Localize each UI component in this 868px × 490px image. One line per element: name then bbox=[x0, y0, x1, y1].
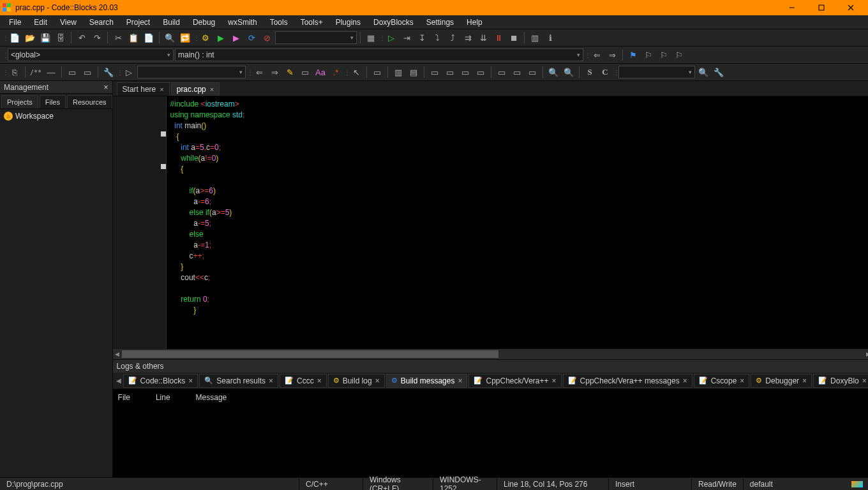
fold-marker-icon[interactable] bbox=[161, 131, 166, 137]
open-file-button[interactable]: 📂 bbox=[23, 31, 37, 45]
build-button[interactable]: ⚙ bbox=[198, 31, 213, 45]
editor-tab[interactable]: prac.cpp× bbox=[171, 82, 220, 96]
step-into-button[interactable]: ⤵ bbox=[430, 31, 444, 45]
new-file-button[interactable]: 📄 bbox=[8, 31, 22, 45]
zoom-out-button[interactable]: 🔍 bbox=[562, 65, 576, 79]
log-tab[interactable]: ⚙Build messages× bbox=[386, 374, 468, 388]
menu-debug[interactable]: Debug bbox=[186, 17, 221, 28]
build-run-button[interactable]: ▶ bbox=[229, 31, 243, 45]
tabs-scroll-left-icon[interactable]: ◀ bbox=[114, 377, 123, 384]
close-icon[interactable]: × bbox=[375, 376, 380, 385]
copy-button[interactable]: 📋 bbox=[126, 31, 140, 45]
close-icon[interactable]: × bbox=[317, 376, 322, 385]
highlight-button[interactable]: ✎ bbox=[283, 65, 297, 79]
log-tab[interactable]: 📝Code::Blocks× bbox=[123, 374, 198, 388]
maximize-button[interactable] bbox=[807, 0, 836, 15]
menu-plugins[interactable]: Plugins bbox=[329, 17, 367, 28]
menu-doxyblocks[interactable]: DoxyBlocks bbox=[367, 17, 420, 28]
debug-continue-button[interactable]: ▷ bbox=[384, 31, 398, 45]
doxy-config-button[interactable]: 🔧 bbox=[101, 65, 116, 79]
log-tab[interactable]: ⚙Debugger× bbox=[751, 374, 812, 388]
log-tab[interactable]: 📝DoxyBlo× bbox=[813, 374, 868, 388]
close-icon[interactable]: × bbox=[458, 376, 462, 385]
nav-back-button[interactable]: ⇐ bbox=[590, 48, 604, 62]
close-icon[interactable]: × bbox=[269, 376, 273, 385]
close-icon[interactable]: × bbox=[160, 85, 163, 93]
menu-settings[interactable]: Settings bbox=[420, 17, 460, 28]
code-content[interactable]: #include <iostream>using namespace std; … bbox=[170, 99, 245, 316]
build-target-combo[interactable]: ▾ bbox=[275, 31, 357, 44]
scroll-right-icon[interactable]: ▶ bbox=[864, 349, 868, 359]
menu-build[interactable]: Build bbox=[156, 17, 186, 28]
code-editor[interactable]: #include <iostream>using namespace std; … bbox=[113, 96, 868, 359]
next-line-button[interactable]: ↧ bbox=[415, 31, 429, 45]
menu-tools[interactable]: Tools bbox=[264, 17, 294, 28]
menu-edit[interactable]: Edit bbox=[27, 17, 54, 28]
regex-button[interactable]: .* bbox=[329, 65, 343, 79]
search-combo[interactable]: ▾ bbox=[618, 66, 695, 78]
bookmark-prev-button[interactable]: ⚐ bbox=[641, 48, 655, 62]
search-opts-btn[interactable]: 🔧 bbox=[712, 65, 726, 79]
replace-button[interactable]: 🔁 bbox=[178, 31, 192, 45]
step-out-button[interactable]: ⤴ bbox=[445, 31, 460, 45]
close-button[interactable] bbox=[836, 0, 865, 15]
redo-button[interactable]: ↷ bbox=[90, 31, 104, 45]
ui-a-button[interactable]: ▭ bbox=[370, 65, 384, 79]
editor-tab[interactable]: Start here× bbox=[117, 82, 170, 96]
source-c-button[interactable]: C bbox=[598, 65, 612, 79]
menu-wxsmith[interactable]: wxSmith bbox=[221, 17, 263, 28]
log-tab[interactable]: ⚙Build log× bbox=[328, 374, 385, 388]
bookmark-toggle-button[interactable]: ⚑ bbox=[626, 48, 640, 62]
nav-fwd2-button[interactable]: ⇒ bbox=[267, 65, 281, 79]
ui-i-button[interactable]: ▭ bbox=[510, 65, 524, 79]
run-button[interactable]: ▶ bbox=[214, 31, 228, 45]
workspace-node[interactable]: ⌂ Workspace bbox=[4, 112, 108, 121]
close-icon[interactable]: × bbox=[862, 376, 867, 385]
run-to-cursor-button[interactable]: ⇥ bbox=[400, 31, 414, 45]
bookmark-clear-button[interactable]: ⚐ bbox=[672, 48, 686, 62]
log-tab[interactable]: 🔍Search results× bbox=[199, 374, 278, 388]
close-icon[interactable]: × bbox=[188, 376, 193, 385]
doxy-run-button[interactable]: ⎘ bbox=[8, 65, 22, 79]
ui-f-button[interactable]: ▭ bbox=[458, 65, 472, 79]
log-tab[interactable]: 📝CppCheck/Vera++ messages× bbox=[563, 374, 692, 388]
zoom-in-button[interactable]: 🔍 bbox=[546, 65, 560, 79]
paste-button[interactable]: 📄 bbox=[142, 31, 156, 45]
doxy-comment-button[interactable]: /** bbox=[29, 65, 43, 79]
horizontal-scrollbar[interactable]: ◀ ▶ bbox=[113, 349, 868, 359]
nav-back2-button[interactable]: ⇐ bbox=[252, 65, 266, 79]
select-button[interactable]: ▭ bbox=[298, 65, 312, 79]
undo-button[interactable]: ↶ bbox=[75, 31, 89, 45]
close-icon[interactable]: × bbox=[104, 83, 108, 92]
close-icon[interactable]: × bbox=[210, 85, 214, 93]
next-instr-button[interactable]: ⇉ bbox=[461, 31, 475, 45]
script-combo[interactable]: ▾ bbox=[137, 66, 246, 78]
menu-file[interactable]: File bbox=[3, 17, 27, 28]
ui-b-button[interactable]: ▥ bbox=[391, 65, 405, 79]
bookmark-next-button[interactable]: ⚐ bbox=[657, 48, 671, 62]
menu-view[interactable]: View bbox=[54, 17, 83, 28]
close-icon[interactable]: × bbox=[683, 376, 687, 385]
nav-fwd-button[interactable]: ⇒ bbox=[605, 48, 619, 62]
ui-c-button[interactable]: ▤ bbox=[407, 65, 421, 79]
function-combo[interactable]: main() : int▾ bbox=[175, 48, 583, 61]
rebuild-button[interactable]: ⟳ bbox=[244, 31, 258, 45]
menu-tools[interactable]: Tools+ bbox=[294, 17, 329, 28]
close-icon[interactable]: × bbox=[740, 376, 744, 385]
debug-windows-button[interactable]: ▥ bbox=[528, 31, 542, 45]
close-icon[interactable]: × bbox=[802, 376, 807, 385]
ui-h-button[interactable]: ▭ bbox=[495, 65, 509, 79]
target-select-button[interactable]: ▦ bbox=[364, 31, 378, 45]
doxy-html-button[interactable]: ▭ bbox=[65, 65, 79, 79]
save-button[interactable]: 💾 bbox=[38, 31, 52, 45]
break-button[interactable]: ⏸ bbox=[491, 31, 505, 45]
match-case-button[interactable]: Aa bbox=[313, 65, 327, 79]
step-instr-button[interactable]: ⇊ bbox=[476, 31, 490, 45]
ui-e-button[interactable]: ▭ bbox=[443, 65, 457, 79]
log-tab[interactable]: 📝CppCheck/Vera++× bbox=[468, 374, 561, 388]
side-tab-files[interactable]: Files bbox=[40, 95, 66, 108]
doxy-chm-button[interactable]: ▭ bbox=[80, 65, 94, 79]
fold-marker-icon[interactable] bbox=[161, 164, 166, 169]
cursor-button[interactable]: ↖ bbox=[349, 65, 363, 79]
scope-combo[interactable]: <global>▾ bbox=[8, 48, 174, 61]
